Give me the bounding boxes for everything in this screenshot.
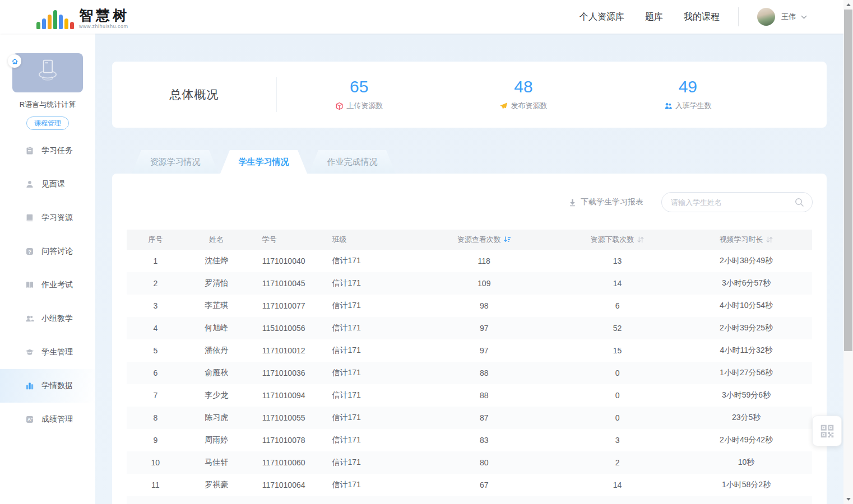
brand-logo[interactable]: 智慧树 www.zhihuishu.com: [36, 4, 129, 29]
sidebar: R语言与统计计算 课程管理 学习任务见面课学习资源?问答讨论作业考试小组教学学生…: [0, 34, 95, 504]
column-label: 学号: [262, 235, 277, 245]
avatar[interactable]: [757, 8, 775, 26]
cell-class: 信计171: [318, 295, 414, 317]
nav-item-1[interactable]: 个人资源库: [580, 11, 624, 23]
column-header-inner: 班级: [332, 235, 346, 245]
cell-video-duration: 4小时10分54秒: [680, 295, 812, 317]
cell-name: 罗祺豪: [184, 474, 249, 496]
cell-empty: [184, 496, 249, 504]
sidebar-item-7[interactable]: 学生管理: [0, 335, 95, 369]
sidebar-item-4[interactable]: ?问答讨论: [0, 235, 95, 268]
cell-name: 潘依丹: [184, 339, 249, 362]
svg-text:?: ?: [28, 249, 31, 255]
sidebar-item-1[interactable]: 学习任务: [0, 134, 95, 167]
cell-class: 信计171: [318, 250, 414, 272]
cell-views: 83: [414, 429, 554, 451]
column-header-inner: 资源下载次数: [591, 235, 645, 245]
clipboard-icon: [25, 146, 34, 155]
svg-text:+: +: [31, 417, 33, 420]
main-content: 总体概况 65上传资源数48发布资源数49入班学生数 资源学习情况学生学习情况作…: [95, 34, 853, 504]
nav-item-2[interactable]: 题库: [645, 11, 663, 23]
brand-url: www.zhihuishu.com: [79, 24, 129, 29]
cell-views: 109: [414, 272, 554, 295]
user-name: 王伟: [781, 12, 796, 22]
course-card[interactable]: [12, 53, 83, 92]
cell-downloads: 14: [554, 474, 680, 496]
qr-code-button[interactable]: [812, 416, 842, 446]
cell-views: 88: [414, 384, 554, 407]
cell-index: 3: [127, 295, 184, 317]
scrollbar: [843, 0, 853, 504]
sidebar-item-9[interactable]: A+成绩管理: [0, 403, 95, 436]
column-header-video-duration[interactable]: 视频学习时长: [680, 230, 812, 250]
cell-video-duration: 2小时49分42秒: [680, 429, 812, 451]
stat-label-row: 入班学生数: [664, 101, 712, 111]
cell-downloads: 14: [554, 272, 680, 295]
stat-value: 49: [679, 78, 697, 95]
cell-student-id: 1171010012: [249, 339, 319, 362]
sidebar-item-label: 见面课: [41, 179, 65, 189]
stat-label-row: 上传资源数: [335, 101, 383, 111]
cell-downloads: 0: [554, 362, 680, 384]
group-icon: [25, 314, 34, 323]
course-title: R语言与统计计算: [0, 100, 95, 110]
download-report-link[interactable]: 下载学生学习报表: [568, 197, 643, 207]
sidebar-item-6[interactable]: 小组教学: [0, 302, 95, 335]
cell-index: 8: [127, 407, 184, 429]
cell-student-id: 1171010045: [249, 272, 319, 295]
scroll-up-button[interactable]: [843, 0, 853, 10]
cell-views: 98: [414, 295, 554, 317]
overview-card: 总体概况 65上传资源数48发布资源数49入班学生数: [112, 62, 827, 128]
column-label: 视频学习时长: [720, 235, 763, 245]
cell-video-duration: 3小时6分57秒: [680, 272, 812, 295]
stat-label: 发布资源数: [511, 101, 547, 111]
tab-3[interactable]: 作业完成情况: [309, 150, 396, 174]
qr-code-icon: [819, 423, 836, 440]
cell-video-duration: 2小时39分25秒: [680, 317, 812, 339]
tab-2[interactable]: 学生学习情况: [220, 150, 307, 174]
scroll-down-button[interactable]: [843, 494, 853, 504]
stat-label-row: 发布资源数: [499, 101, 547, 111]
grade-icon: A+: [25, 415, 34, 424]
user-menu[interactable]: 王伟: [757, 8, 853, 26]
graduation-cap-icon: [25, 348, 34, 357]
search-input[interactable]: [661, 192, 813, 212]
open-book-icon: [25, 281, 34, 290]
sort-descending-icon[interactable]: [503, 236, 511, 244]
overview-title: 总体概况: [170, 87, 219, 102]
cell-student-id: 1171010078: [249, 429, 319, 451]
sidebar-item-5[interactable]: 作业考试: [0, 268, 95, 302]
nav-item-3[interactable]: 我的课程: [684, 11, 720, 23]
cell-video-duration: 1小时58分2秒: [680, 474, 812, 496]
cell-name: 俞雁秋: [184, 362, 249, 384]
cell-index: 5: [127, 339, 184, 362]
course-manage-button[interactable]: 课程管理: [26, 116, 69, 130]
stat-label: 上传资源数: [346, 101, 383, 111]
column-header-name: 姓名: [184, 230, 249, 250]
tab-1[interactable]: 资源学习情况: [132, 150, 219, 174]
column-header-downloads[interactable]: 资源下载次数: [554, 230, 680, 250]
cell-name: 周雨婷: [184, 429, 249, 451]
download-icon: [568, 198, 577, 207]
cell-video-duration: 2小时38分49秒: [680, 250, 812, 272]
sidebar-item-8[interactable]: 学情数据: [0, 369, 95, 403]
content-card: 下载学生学习报表 序号姓名学号班级资源查看次数资源下载次数视频学习时长: [112, 174, 827, 504]
tab-bar: 资源学习情况学生学习情况作业完成情况: [132, 150, 827, 174]
home-icon[interactable]: [8, 54, 21, 68]
column-header-index: 序号: [127, 230, 184, 250]
sort-toggle-icon[interactable]: [766, 236, 773, 244]
stat-label: 入班学生数: [675, 101, 712, 111]
sidebar-item-3[interactable]: 学习资源: [0, 201, 95, 235]
column-header-views[interactable]: 资源查看次数: [414, 230, 554, 250]
chevron-down-icon[interactable]: [800, 13, 808, 21]
cell-index: 9: [127, 429, 184, 451]
cell-name: 陈习虎: [184, 407, 249, 429]
search-icon[interactable]: [794, 197, 804, 207]
sort-toggle-icon[interactable]: [637, 236, 645, 244]
scrollbar-thumb[interactable]: [844, 10, 852, 351]
sidebar-item-2[interactable]: 见面课: [0, 167, 95, 201]
stat-value: 48: [514, 78, 532, 95]
cell-student-id: 1151010056: [249, 317, 319, 339]
cell-downloads: 13: [554, 250, 680, 272]
sidebar-item-label: 小组教学: [41, 314, 73, 324]
